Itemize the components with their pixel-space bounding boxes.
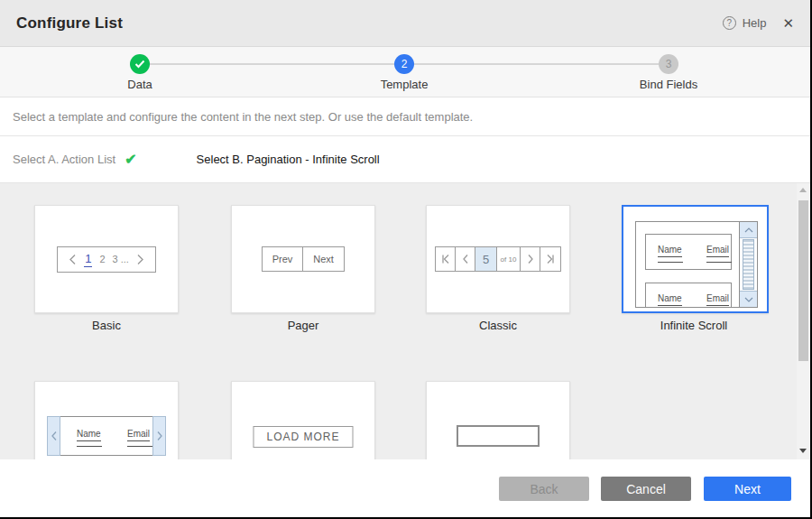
basic-page-2: 2 (99, 254, 105, 264)
carousel-next-icon (152, 416, 166, 456)
basic-preview: 1 2 3 ... (35, 206, 178, 312)
template-card-infinite-scroll[interactable]: Name Email Name (622, 205, 769, 313)
title-bar-actions: ? Help ✕ (723, 15, 794, 32)
select-b-label: Select B. Pagination - Infinite Scroll (197, 153, 380, 166)
stepper-connector-1 (150, 63, 394, 65)
mock-email-field: Email (706, 240, 732, 269)
select-a-check-icon: ✔ (125, 151, 136, 168)
mock-value-line (706, 262, 732, 263)
select-a-label[interactable]: Select A. Action List (13, 153, 115, 166)
selection-row: Select A. Action List ✔ Select B. Pagina… (0, 136, 810, 183)
template-card-basic[interactable]: 1 2 3 ... (34, 205, 179, 313)
step-bind-fields-circle[interactable]: 3 (659, 54, 678, 74)
scrollbar-up-arrow-icon[interactable] (799, 188, 807, 192)
help-icon: ? (723, 16, 736, 30)
mock-list-rows: Name Email Name (636, 222, 739, 307)
template-label-classic: Classic (426, 319, 570, 332)
empty-input-mock (457, 425, 540, 447)
classic-pagination-mock: 5 of 10 (435, 246, 561, 272)
load-more-button-mock: LOAD MORE (253, 426, 353, 448)
mock-list-row: Name Email (645, 283, 732, 307)
classic-of-total: of 10 (497, 247, 521, 271)
carousel-prev-icon (47, 416, 60, 456)
configure-list-dialog: Configure List ? Help ✕ 2 3 Data Templat… (0, 0, 812, 519)
classic-current-page: 5 (475, 247, 497, 271)
mock-name-label: Name (658, 245, 682, 257)
template-card-classic[interactable]: 5 of 10 (426, 205, 570, 313)
scrollbar-down-arrow-icon[interactable] (799, 449, 807, 453)
dialog-title: Configure List (16, 14, 123, 32)
back-button[interactable]: Back (499, 477, 589, 501)
mock-list-row: Name Email (645, 234, 732, 270)
mock-name-label: Name (658, 293, 682, 306)
close-icon[interactable]: ✕ (782, 15, 794, 32)
mock-name-field: Name (658, 240, 683, 269)
mock-name-field: Name (77, 424, 102, 455)
mock-value-line (127, 446, 152, 447)
chevron-right-icon (136, 254, 144, 265)
help-button[interactable]: ? Help (723, 16, 767, 30)
template-card-load-more[interactable]: LOAD MORE (231, 381, 375, 459)
cancel-button[interactable]: Cancel (601, 477, 691, 501)
pager-mock: Prev Next (262, 246, 345, 272)
template-card-input[interactable] (426, 381, 570, 459)
mock-email-label: Email (706, 293, 729, 306)
footer-bar: Back Cancel Next (0, 459, 810, 517)
basic-current-page: 1 (84, 252, 92, 267)
chevron-left-icon (69, 254, 77, 265)
carousel-item-mock: Name Email (60, 416, 152, 456)
template-card-pager[interactable]: Prev Next (231, 205, 375, 313)
first-page-icon (436, 247, 456, 271)
mock-scrollbar (739, 222, 757, 307)
basic-page-3: 3 ... (113, 254, 129, 264)
step-data-label[interactable]: Data (77, 78, 203, 91)
last-page-icon (540, 247, 560, 271)
template-label-pager: Pager (231, 319, 375, 332)
pager-preview: Prev Next (232, 206, 374, 312)
mock-scrollbar-thumb (743, 239, 754, 290)
mock-email-label: Email (127, 429, 150, 441)
template-label-basic: Basic (34, 319, 179, 332)
step-template-label[interactable]: Template (341, 78, 467, 91)
wizard-stepper: 2 3 Data Template Bind Fields (0, 47, 810, 97)
help-label: Help (743, 16, 767, 30)
info-text: Select a template and configure the cont… (13, 110, 473, 124)
mock-email-field: Email (127, 424, 152, 455)
scrollbar-thumb[interactable] (798, 200, 808, 361)
mock-name-field: Name (658, 289, 683, 307)
stepper-connector-2 (414, 63, 659, 65)
next-button[interactable]: Next (704, 477, 791, 501)
pager-prev-button: Prev (263, 247, 303, 271)
mock-value-line (77, 446, 102, 447)
content-scrollbar[interactable] (797, 183, 810, 459)
template-grid: 1 2 3 ... Basic Prev Next Pager (0, 183, 810, 459)
classic-preview: 5 of 10 (427, 206, 569, 312)
step-data-circle[interactable] (130, 54, 150, 74)
prev-page-icon (456, 247, 475, 271)
infinite-scroll-preview: Name Email Name (635, 221, 758, 308)
info-row: Select a template and configure the cont… (0, 98, 810, 136)
scroll-down-icon (740, 291, 757, 307)
carousel-preview: Name Email (47, 416, 166, 456)
mock-email-field: Email (706, 289, 732, 307)
step-bind-fields-label[interactable]: Bind Fields (605, 78, 732, 91)
pager-next-button: Next (303, 247, 344, 271)
step-template-circle[interactable]: 2 (394, 54, 414, 74)
mock-value-line (658, 262, 683, 263)
mock-email-label: Email (706, 245, 729, 257)
next-page-icon (521, 247, 540, 271)
template-card-carousel[interactable]: Name Email (34, 381, 179, 459)
scroll-up-icon (740, 222, 757, 238)
mock-name-label: Name (77, 429, 101, 441)
title-bar: Configure List ? Help ✕ (0, 0, 810, 47)
template-label-infinite-scroll: Infinite Scroll (622, 319, 766, 332)
mock-scrollbar-track (740, 238, 757, 291)
check-icon (134, 60, 145, 69)
basic-pagination-mock: 1 2 3 ... (57, 246, 156, 273)
